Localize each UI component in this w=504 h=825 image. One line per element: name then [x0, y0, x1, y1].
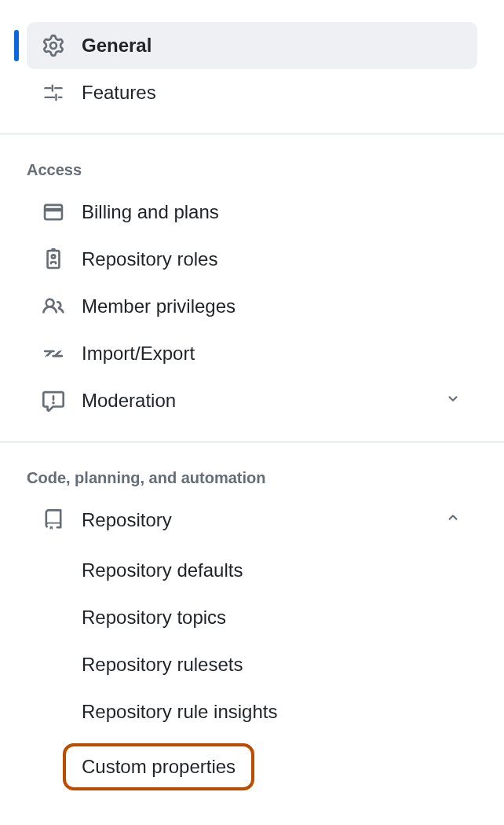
sidebar-item-label: Repository	[82, 509, 427, 531]
sidebar-item-label: Moderation	[82, 390, 427, 412]
top-group: General Features	[0, 8, 504, 119]
access-group: Access Billing and plans Repository role…	[0, 134, 504, 427]
sidebar-item-label: Repository roles	[82, 248, 462, 270]
chevron-up-icon[interactable]	[444, 509, 462, 531]
sub-item-repo-topics[interactable]: Repository topics	[66, 594, 477, 641]
sidebar-item-general[interactable]: General	[27, 22, 477, 69]
sub-item-custom-properties-wrapper: Custom properties	[66, 735, 477, 790]
people-icon	[42, 295, 64, 317]
sidebar-item-label: Import/Export	[82, 343, 462, 365]
sub-item-repo-rule-insights[interactable]: Repository rule insights	[66, 688, 477, 735]
sidebar-item-privileges[interactable]: Member privileges	[27, 283, 477, 330]
sidebar-item-moderation[interactable]: Moderation	[27, 377, 477, 424]
sidebar-item-billing[interactable]: Billing and plans	[27, 189, 477, 236]
sidebar-item-repository[interactable]: Repository	[27, 497, 477, 544]
section-header-code: Code, planning, and automation	[27, 456, 477, 497]
sidebar-item-label: Features	[82, 82, 462, 104]
sub-item-custom-properties[interactable]: Custom properties	[63, 743, 254, 790]
report-icon	[42, 390, 64, 412]
credit-card-icon	[42, 201, 64, 223]
id-badge-icon	[42, 248, 64, 270]
sliders-icon	[42, 82, 64, 104]
gear-icon	[42, 35, 64, 57]
sidebar-item-label: Member privileges	[82, 295, 462, 317]
sidebar-item-import-export[interactable]: Import/Export	[27, 330, 477, 377]
sub-item-repo-defaults[interactable]: Repository defaults	[66, 547, 477, 594]
sidebar-item-roles[interactable]: Repository roles	[27, 236, 477, 283]
chevron-down-icon[interactable]	[444, 390, 462, 412]
arrow-switch-icon	[42, 343, 64, 365]
sub-item-repo-rulesets[interactable]: Repository rulesets	[66, 641, 477, 688]
repository-sublist: Repository defaults Repository topics Re…	[27, 544, 477, 790]
settings-sidebar: General Features Access Billing and plan…	[0, 0, 504, 794]
sidebar-item-label: Billing and plans	[82, 201, 462, 223]
sidebar-item-label: General	[82, 35, 462, 57]
sidebar-item-features[interactable]: Features	[27, 69, 477, 116]
repo-icon	[42, 509, 64, 531]
code-group: Code, planning, and automation Repositor…	[0, 442, 504, 794]
section-header-access: Access	[27, 148, 477, 189]
